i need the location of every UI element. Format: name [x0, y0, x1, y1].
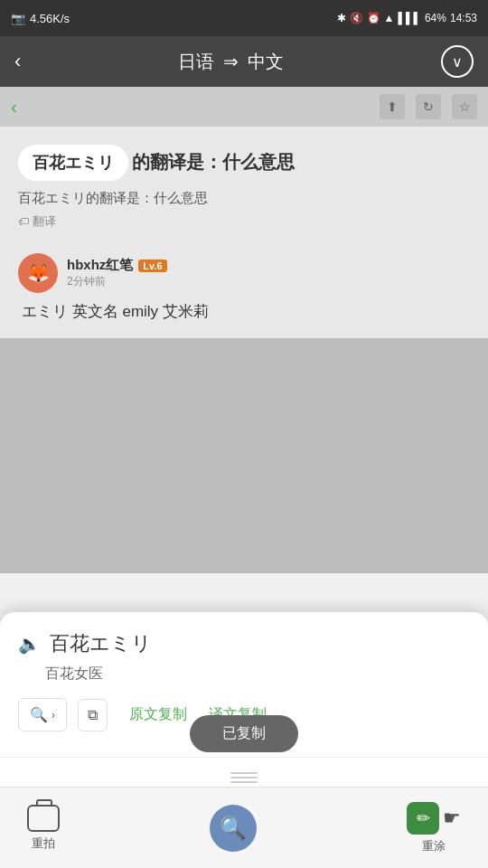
- panel-source-text: 百花エミリ: [50, 630, 152, 657]
- arrow-icon: ›: [52, 709, 55, 722]
- avatar: 🦊: [18, 253, 58, 293]
- secondary-back-button[interactable]: ‹: [11, 97, 17, 118]
- nav-search[interactable]: 🔍: [210, 805, 257, 852]
- question-tag: 🏷 翻译: [18, 213, 56, 230]
- secondary-header: ‹ ⬆ ↻ ☆: [0, 87, 488, 127]
- gray-spacer: [0, 338, 488, 573]
- edit-icon: ✏: [407, 802, 439, 835]
- nav-retouch[interactable]: ✏ ☛ 重涂: [407, 802, 461, 854]
- chevron-down-icon: ∨: [452, 53, 463, 71]
- battery: 64%: [425, 12, 446, 24]
- question-subtitle: 百花エミリ的翻译是：什么意思: [18, 190, 470, 207]
- copy-icon-button[interactable]: ⧉: [78, 699, 108, 731]
- alarm-icon: ⏰: [367, 12, 380, 24]
- signal-icon: ▌▌▌: [398, 12, 421, 24]
- question-title: 的翻译是：什么意思: [132, 152, 295, 172]
- nav-retake[interactable]: 重拍: [27, 805, 60, 852]
- bluetooth-icon: ✱: [337, 12, 346, 24]
- question-bubble: 百花エミリ: [18, 145, 128, 181]
- level-badge: Lv.6: [138, 259, 166, 272]
- expand-button[interactable]: ∨: [441, 45, 474, 78]
- source-language: 日语: [178, 50, 214, 74]
- copy-original-button[interactable]: 原文复制: [118, 698, 198, 731]
- question-area: 百花エミリ 的翻译是：什么意思 百花エミリ的翻译是：什么意思 🏷 翻译: [0, 127, 488, 239]
- username: hbxhz红笔 Lv.6: [67, 257, 167, 274]
- answer-user-info: 🦊 hbxhz红笔 Lv.6 2分钟前: [18, 253, 470, 293]
- speaker-icon[interactable]: 🔈: [18, 633, 41, 655]
- panel-divider: [0, 757, 488, 758]
- user-details: hbxhz红笔 Lv.6 2分钟前: [67, 257, 167, 289]
- search-icon-glyph: 🔍: [220, 816, 247, 841]
- answer-section: 🦊 hbxhz红笔 Lv.6 2分钟前 エミリ 英文名 emily 艾米莉: [0, 239, 488, 338]
- camera-icon: [27, 805, 60, 832]
- translation-arrow: ⇒: [223, 51, 239, 72]
- search-button[interactable]: 🔍 ›: [18, 698, 67, 731]
- copy-icon: ⧉: [88, 707, 98, 722]
- retouch-label: 重涂: [422, 838, 446, 854]
- bottom-nav: 重拍 🔍 ✏ ☛ 重涂: [0, 787, 488, 868]
- search-icon: 🔍: [30, 706, 48, 723]
- drag-line-3: [230, 781, 258, 783]
- mute-icon: 🔇: [350, 12, 363, 24]
- retake-label: 重拍: [32, 835, 55, 852]
- copied-pill: 已复制: [190, 715, 298, 752]
- time: 14:53: [450, 12, 477, 24]
- app-header: ‹ 日语 ⇒ 中文 ∨: [0, 36, 488, 87]
- share-icon[interactable]: ⬆: [380, 94, 405, 119]
- status-right: ✱ 🔇 ⏰ ▲ ▌▌▌ 64% 14:53: [337, 12, 477, 24]
- panel-translation: 百花女医: [18, 665, 470, 684]
- target-language: 中文: [248, 50, 284, 74]
- star-icon[interactable]: ☆: [452, 94, 477, 119]
- answer-text: エミリ 英文名 emily 艾米莉: [18, 300, 470, 324]
- source-row: 🔈 百花エミリ: [18, 630, 470, 657]
- time-ago: 2分钟前: [67, 274, 167, 289]
- edit-glyph: ✏: [417, 808, 430, 828]
- drag-line-1: [230, 772, 258, 774]
- drag-lines: [230, 772, 258, 783]
- bottom-panel: 🔈 百花エミリ 百花女医 🔍 › ⧉ 原文复制 译文复制: [0, 612, 488, 787]
- refresh-icon[interactable]: ↻: [416, 94, 441, 119]
- back-button[interactable]: ‹: [14, 50, 21, 73]
- tag-icon: 🏷: [18, 215, 29, 228]
- status-left: 📷 4.56K/s: [11, 12, 70, 25]
- drag-handle[interactable]: [0, 765, 488, 787]
- header-title: 日语 ⇒ 中文: [178, 50, 284, 74]
- speed-indicator: 4.56K/s: [30, 12, 70, 25]
- drag-line-2: [230, 777, 258, 778]
- status-bar: 📷 4.56K/s ✱ 🔇 ⏰ ▲ ▌▌▌ 64% 14:53: [0, 0, 488, 36]
- hand-icon: ☛: [443, 807, 461, 830]
- search-circle-icon: 🔍: [210, 805, 257, 852]
- wifi-icon: ▲: [384, 12, 395, 24]
- camera-status-icon: 📷: [11, 12, 25, 25]
